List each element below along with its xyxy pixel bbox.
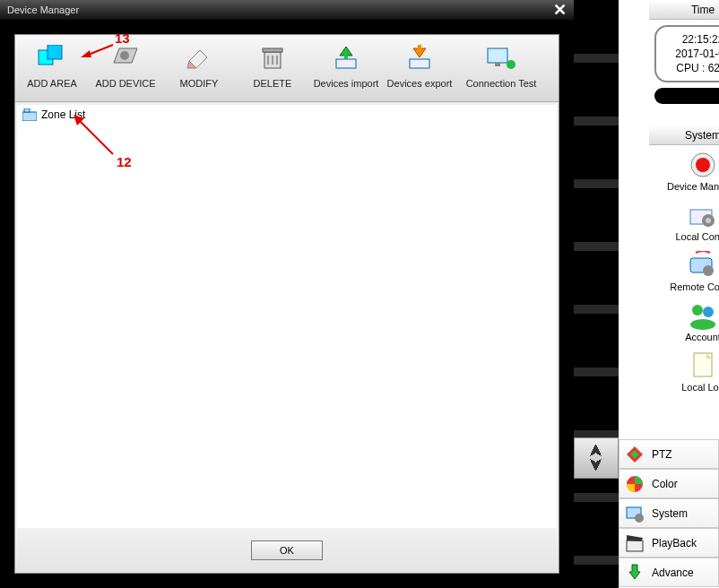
tab-label: Advance <box>652 566 694 579</box>
clapper-icon <box>625 533 645 553</box>
dialog-bottom-bar: OK <box>15 528 559 573</box>
users-icon <box>687 301 719 330</box>
svg-rect-18 <box>495 63 500 66</box>
device-manager-dialog: Device Manager ✕ ADD AREA ADD DEVICE <box>0 0 574 588</box>
system-panel: System Device Manager Local Config Remot… <box>649 125 719 396</box>
svg-rect-20 <box>22 112 37 121</box>
time-panel: Time 22:15:22 2017-01-05 CPU : 62% <box>649 0 719 109</box>
import-icon <box>330 42 362 74</box>
recording-indicator <box>654 88 719 104</box>
sidebar-item-account[interactable]: Account <box>649 296 719 346</box>
scroll-updown[interactable]: ⮝ ⮟ <box>574 437 619 479</box>
add-area-icon <box>36 42 68 74</box>
annotation-arrow-13 <box>81 41 117 59</box>
svg-line-24 <box>79 120 113 154</box>
eraser-icon <box>183 42 215 74</box>
devices-import-button[interactable]: Devices import <box>309 40 383 101</box>
tab-playback[interactable]: PlayBack <box>619 528 719 558</box>
svg-rect-11 <box>336 59 356 68</box>
export-icon <box>403 42 436 74</box>
svg-marker-44 <box>627 535 643 541</box>
remote-icon <box>687 251 719 280</box>
sidebar-item-local-log[interactable]: Local Log <box>649 346 719 396</box>
toolbar-label: Devices import <box>314 78 379 89</box>
sidebar-item-label: Account <box>649 332 719 342</box>
zone-icon <box>22 108 37 121</box>
annotation-arrow-12 <box>72 113 117 158</box>
svg-point-32 <box>703 265 714 276</box>
toolbar-label: MODIFY <box>180 78 219 89</box>
sidebar-item-label: Local Log <box>649 382 719 393</box>
add-area-button[interactable]: ADD AREA <box>15 40 89 101</box>
trash-icon <box>256 42 289 74</box>
svg-point-27 <box>696 158 710 172</box>
svg-point-3 <box>120 51 129 60</box>
tab-color[interactable]: Color <box>619 469 719 498</box>
svg-marker-23 <box>81 50 91 57</box>
zone-tree[interactable]: Zone List <box>17 105 557 528</box>
chevron-down-icon: ⮟ <box>589 458 603 472</box>
svg-rect-7 <box>263 48 282 52</box>
system-header: System <box>649 125 719 145</box>
connection-test-button[interactable]: Connection Test <box>456 40 546 101</box>
devices-export-button[interactable]: Devices export <box>383 40 456 101</box>
tab-system[interactable]: System <box>619 498 719 528</box>
svg-point-30 <box>706 218 711 223</box>
delete-button[interactable]: DELETE <box>236 40 309 101</box>
svg-rect-13 <box>344 54 348 59</box>
right-tabs: PTZ Color System PlayBack Advance <box>619 439 719 587</box>
time-box: 22:15:22 2017-01-05 CPU : 62% <box>654 25 719 82</box>
svg-marker-45 <box>629 565 640 579</box>
svg-rect-1 <box>48 45 62 59</box>
cpu-usage: CPU : 62% <box>662 61 719 75</box>
sidebar-item-label: Device Manager <box>649 181 719 192</box>
tab-label: PTZ <box>652 448 672 461</box>
gear-icon <box>625 504 645 523</box>
svg-rect-17 <box>488 48 507 63</box>
ptz-icon <box>625 445 645 464</box>
tab-label: Color <box>652 478 678 490</box>
toolbar-label: ADD DEVICE <box>95 78 155 89</box>
tab-label: System <box>652 507 688 520</box>
svg-point-42 <box>635 514 644 523</box>
clock-time: 22:15:22 <box>662 32 719 47</box>
background-stripe <box>574 0 619 588</box>
clock-date: 2017-01-05 <box>662 47 719 61</box>
annotation-12: 12 <box>117 154 132 169</box>
sidebar-item-label: Local Config <box>649 231 719 242</box>
chevron-up-icon: ⮝ <box>589 444 603 458</box>
svg-point-19 <box>507 60 515 69</box>
tab-advance[interactable]: Advance <box>619 558 719 587</box>
annotation-13: 13 <box>115 30 130 46</box>
sidebar-item-label: Remote Config <box>649 281 719 292</box>
document-icon <box>687 351 719 380</box>
modify-button[interactable]: MODIFY <box>162 40 236 101</box>
svg-rect-21 <box>24 108 30 112</box>
dialog-titlebar: Device Manager ✕ <box>0 0 574 20</box>
toolbar-label: Connection Test <box>466 78 537 89</box>
tab-ptz[interactable]: PTZ <box>619 439 719 469</box>
toolbar-label: DELETE <box>254 78 292 89</box>
toolbar-label: Devices export <box>387 78 453 89</box>
gear-folder-icon <box>687 201 719 229</box>
download-icon <box>625 563 645 583</box>
dialog-title: Device Manager <box>7 4 79 15</box>
tab-label: PlayBack <box>652 537 697 549</box>
svg-rect-43 <box>627 540 643 551</box>
monitor-icon <box>485 42 517 74</box>
sidebar-item-local-config[interactable]: Local Config <box>649 195 719 246</box>
time-header: Time <box>649 0 719 20</box>
svg-point-34 <box>703 307 714 317</box>
svg-point-33 <box>692 305 703 316</box>
close-icon[interactable]: ✕ <box>553 4 567 16</box>
ok-button[interactable]: OK <box>251 540 323 560</box>
svg-rect-14 <box>410 59 429 68</box>
svg-point-35 <box>690 319 715 330</box>
toolbar-label: ADD AREA <box>27 78 77 89</box>
sidebar-item-remote-config[interactable]: Remote Config <box>649 246 719 296</box>
record-button-icon <box>687 151 719 179</box>
sidebar-item-device-manager[interactable]: Device Manager <box>649 145 719 195</box>
color-icon <box>625 474 645 494</box>
svg-rect-16 <box>418 45 421 50</box>
